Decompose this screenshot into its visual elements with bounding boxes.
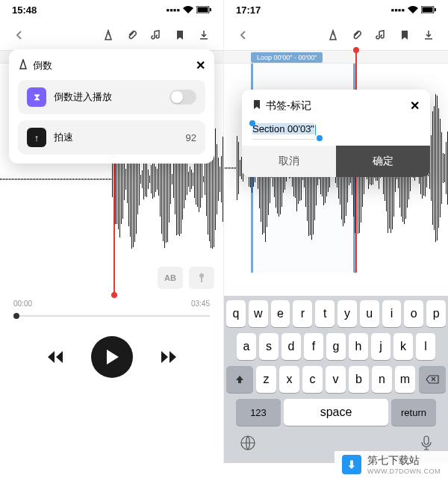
transport-controls [0, 323, 223, 391]
back-button[interactable] [233, 25, 254, 46]
key-n[interactable]: n [372, 366, 392, 393]
bookmark-dialog: 书签-标记 ✕ Section 00'03" 取消 确定 [242, 90, 430, 177]
key-h[interactable]: h [349, 333, 368, 360]
timeline-ruler[interactable]: Loop 00'00" - 00'00" [224, 50, 448, 63]
key-t[interactable]: t [315, 300, 335, 327]
row-label: 拍速 [54, 131, 186, 144]
signal-icon: ▪▪▪▪ [167, 4, 180, 16]
key-u[interactable]: u [360, 300, 379, 327]
popup-title: 倒数 [33, 59, 52, 72]
key-b[interactable]: b [349, 366, 369, 393]
toolbar [0, 20, 223, 50]
key-v[interactable]: v [326, 366, 346, 393]
svg-rect-4 [201, 277, 202, 282]
seek-bar[interactable] [0, 312, 223, 323]
download-icon[interactable] [193, 25, 214, 46]
tempo-value: 92 [186, 132, 196, 143]
wifi-icon [408, 4, 418, 16]
svg-rect-2 [210, 8, 211, 11]
forward-button[interactable] [155, 344, 182, 370]
status-time: 15:48 [12, 4, 37, 16]
key-d[interactable]: d [281, 333, 301, 360]
attachment-icon[interactable] [346, 25, 367, 46]
time-total: 03:45 [191, 299, 210, 308]
play-button[interactable] [91, 336, 133, 378]
attachment-icon[interactable] [122, 25, 143, 46]
watermark: ⬇ 第七下载站 WWW.D7DOWN.COM [335, 451, 448, 478]
music-note-icon[interactable] [146, 25, 167, 46]
status-indicators: ▪▪▪▪ [167, 4, 211, 16]
download-icon[interactable] [418, 25, 439, 46]
time-current: 00:00 [13, 299, 32, 308]
left-screenshot: 15:48 ▪▪▪▪ [0, 0, 224, 463]
key-s[interactable]: s [259, 333, 279, 360]
key-c[interactable]: c [302, 366, 323, 393]
key-e[interactable]: e [271, 300, 290, 327]
svg-rect-7 [435, 8, 436, 11]
globe-key[interactable] [240, 435, 256, 454]
key-j[interactable]: j [371, 333, 391, 360]
close-button[interactable]: ✕ [196, 58, 205, 72]
cancel-button[interactable]: 取消 [242, 146, 336, 177]
metronome-icon[interactable] [98, 25, 119, 46]
bookmark-icon [252, 99, 261, 112]
key-a[interactable]: a [237, 333, 256, 360]
key-y[interactable]: y [337, 300, 357, 327]
backspace-key[interactable] [419, 366, 446, 393]
keyboard: qwertyuiop asdfghjkl zxcvbnm 123 space r… [224, 296, 448, 463]
key-p[interactable]: p [426, 300, 446, 327]
rewind-button[interactable] [42, 344, 69, 370]
shift-key[interactable] [226, 366, 253, 393]
key-q[interactable]: q [226, 300, 246, 327]
status-bar: 15:48 ▪▪▪▪ [0, 0, 223, 20]
hourglass-icon: ⧗ [27, 87, 46, 107]
key-m[interactable]: m [395, 366, 415, 393]
toolbar [224, 20, 448, 50]
tempo-row[interactable]: ↑ 拍速 92 [18, 120, 205, 155]
numbers-key[interactable]: 123 [236, 399, 281, 426]
back-button[interactable] [9, 25, 30, 46]
key-w[interactable]: w [249, 300, 268, 327]
key-x[interactable]: x [279, 366, 299, 393]
dialog-title: 书签-标记 [266, 99, 311, 113]
metronome-icon[interactable] [323, 25, 343, 46]
music-note-icon[interactable] [370, 25, 391, 46]
key-i[interactable]: i [382, 300, 402, 327]
key-z[interactable]: z [256, 366, 276, 393]
bookmark-name-input[interactable]: Section 00'03" [252, 119, 316, 140]
svg-rect-9 [424, 436, 429, 444]
watermark-url: WWW.D7DOWN.COM [367, 468, 441, 475]
return-key[interactable]: return [391, 399, 436, 426]
status-indicators: ▪▪▪▪ [391, 4, 436, 16]
bookmark-icon[interactable] [169, 25, 190, 46]
status-time: 17:17 [236, 4, 261, 16]
tempo-icon: ↑ [27, 128, 46, 147]
key-g[interactable]: g [326, 333, 346, 360]
marker-button[interactable] [189, 267, 214, 289]
close-button[interactable]: ✕ [410, 99, 420, 113]
svg-rect-1 [198, 7, 208, 13]
space-key[interactable]: space [284, 399, 388, 426]
battery-icon [196, 4, 211, 16]
logo-icon: ⬇ [342, 455, 361, 474]
countdown-popup: 倒数 ✕ ⧗ 倒数进入播放 ↑ 拍速 92 [9, 49, 214, 164]
loop-label[interactable]: Loop 00'00" - 00'00" [251, 52, 323, 63]
right-screenshot: 17:17 ▪▪▪▪ [224, 0, 448, 463]
svg-rect-6 [423, 7, 433, 13]
battery-icon [421, 4, 436, 16]
key-f[interactable]: f [304, 333, 323, 360]
countdown-toggle[interactable] [169, 90, 196, 105]
key-k[interactable]: k [393, 333, 413, 360]
status-bar: 17:17 ▪▪▪▪ [224, 0, 448, 20]
bookmark-icon[interactable] [394, 25, 415, 46]
wifi-icon [183, 4, 193, 16]
seek-thumb[interactable] [13, 313, 19, 319]
row-label: 倒数进入播放 [54, 90, 169, 104]
confirm-button[interactable]: 确定 [336, 146, 430, 177]
key-r[interactable]: r [293, 300, 312, 327]
metronome-icon [18, 59, 28, 72]
key-o[interactable]: o [404, 300, 423, 327]
key-l[interactable]: l [416, 333, 435, 360]
ab-loop-button[interactable]: AB [158, 267, 183, 289]
countdown-play-row[interactable]: ⧗ 倒数进入播放 [18, 80, 205, 114]
